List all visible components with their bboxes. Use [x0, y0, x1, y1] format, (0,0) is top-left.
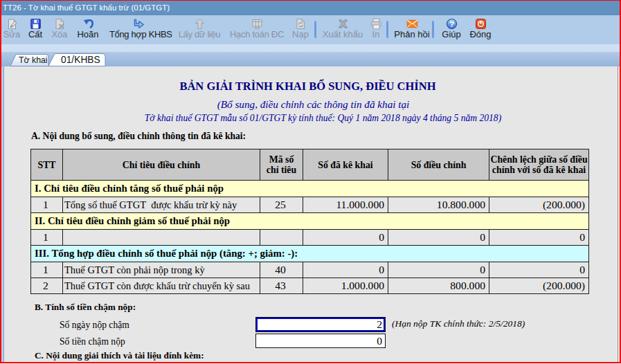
- svg-text:?: ?: [449, 20, 453, 28]
- svg-text:Tờ khai: Tờ khai: [19, 55, 48, 65]
- svg-text:01/KHBS: 01/KHBS: [61, 55, 100, 65]
